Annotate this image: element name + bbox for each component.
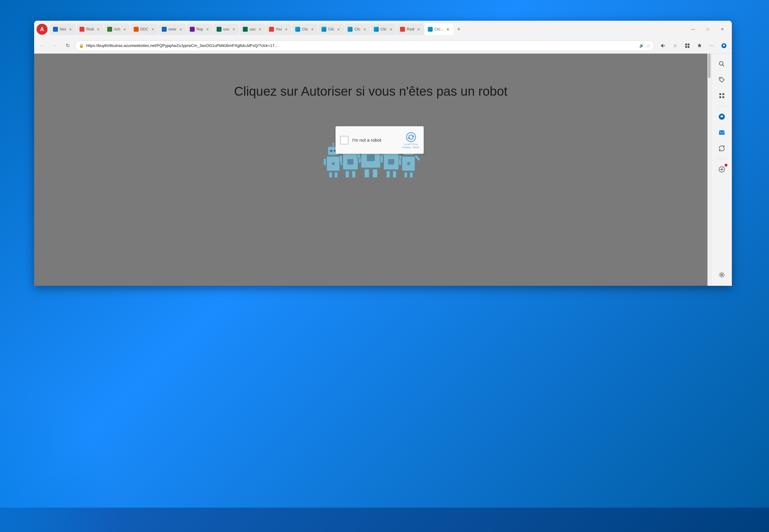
outlook-sidebar-button[interactable] <box>715 126 728 139</box>
tab-close-2[interactable]: ✕ <box>96 27 101 32</box>
tab-label-9: You <box>276 27 282 31</box>
robot-1-antenna <box>332 143 334 146</box>
tab-favicon-5 <box>162 27 167 32</box>
svg-rect-10 <box>722 96 724 98</box>
robot-1-leg-l <box>329 172 332 178</box>
copilot-button[interactable] <box>718 40 729 51</box>
scrollbar[interactable] <box>707 54 711 286</box>
tab-close-1[interactable]: ✕ <box>68 27 73 32</box>
tab-15-active[interactable]: Clic... ✕ <box>425 23 453 35</box>
svg-rect-8 <box>722 93 724 95</box>
maximize-button[interactable]: □ <box>701 24 715 34</box>
read-aloud-button[interactable] <box>657 40 668 51</box>
tab-close-15[interactable]: ✕ <box>445 27 450 32</box>
tab-9[interactable]: You ✕ <box>266 23 292 35</box>
tab-close-5[interactable]: ✕ <box>178 27 183 32</box>
tab-label-14: Redi <box>407 27 414 31</box>
recaptcha-icon <box>405 131 417 143</box>
tab-close-3[interactable]: ✕ <box>122 27 127 32</box>
extensions-button[interactable] <box>694 40 705 51</box>
tab-13[interactable]: Clic ✕ <box>371 23 396 35</box>
close-button[interactable]: ✕ <box>715 24 729 34</box>
tab-label-4: DDC <box>140 27 148 31</box>
recaptcha-label: I'm not a robot <box>352 137 399 143</box>
tab-10[interactable]: Clic ✕ <box>292 23 318 35</box>
tab-11[interactable]: Clic ✕ <box>318 23 344 35</box>
tab-7[interactable]: uou ✕ <box>214 23 239 35</box>
recaptcha-links[interactable]: Privacy - Terms <box>402 146 419 149</box>
tab-close-8[interactable]: ✕ <box>257 27 262 32</box>
refresh-button[interactable]: ↻ <box>62 40 73 51</box>
tools-sidebar-button[interactable] <box>715 89 728 102</box>
recaptcha-checkbox[interactable] <box>340 136 349 144</box>
more-button[interactable]: ⋯ <box>706 40 717 51</box>
robot-3-leg-r <box>372 169 378 178</box>
tab-label-3: Ach <box>114 27 120 31</box>
back-button[interactable]: ← <box>37 40 48 51</box>
tab-close-9[interactable]: ✕ <box>284 27 289 32</box>
tab-favicon-11 <box>321 27 326 32</box>
tab-close-13[interactable]: ✕ <box>388 27 393 32</box>
tab-close-6[interactable]: ✕ <box>205 27 210 32</box>
robot-2-body <box>342 153 358 170</box>
share-sidebar-button[interactable] <box>715 142 728 155</box>
address-bar[interactable]: 🔒 https://buythrillsutras.azurewebsites.… <box>75 40 654 51</box>
robot-2-arm-l <box>339 155 342 163</box>
tab-close-4[interactable]: ✕ <box>150 27 155 32</box>
tab-3[interactable]: Ach ✕ <box>104 23 130 35</box>
read-aloud-icon[interactable]: 🔊 <box>639 43 644 48</box>
nav-actions: ☆ ⋯ <box>657 40 729 51</box>
lock-icon: 🔒 <box>79 43 84 48</box>
search-sidebar-button[interactable] <box>715 57 728 71</box>
tab-label-12: Clic <box>354 27 360 31</box>
tab-close-11[interactable]: ✕ <box>336 27 341 32</box>
tab-label-2: Redi <box>86 27 94 31</box>
tabs-container: Nex ✕ Redi ✕ Ach ✕ DDC ✕ <box>50 23 682 35</box>
robot-1-body <box>326 156 340 171</box>
tab-14[interactable]: Redi ✕ <box>397 23 424 35</box>
minimize-button[interactable]: — <box>686 24 700 34</box>
tab-favicon-12 <box>348 27 353 32</box>
tab-6[interactable]: Rep ✕ <box>187 23 213 35</box>
recaptcha-privacy-link[interactable]: Privacy <box>402 146 410 149</box>
robot-5-chest <box>407 162 410 165</box>
tab-12[interactable]: Clic ✕ <box>345 23 370 35</box>
scrollbar-thumb[interactable] <box>708 54 711 78</box>
recaptcha-terms-link[interactable]: Terms <box>413 146 419 149</box>
robot-3-legs <box>364 169 378 178</box>
tab-5[interactable]: www ✕ <box>159 23 186 35</box>
address-text: https://buythrillsutras.azurewebsites.ne… <box>86 43 637 48</box>
tags-sidebar-button[interactable] <box>715 73 728 87</box>
new-tab-button[interactable]: + <box>454 24 464 34</box>
tab-favicon-4 <box>134 27 139 32</box>
svg-rect-2 <box>685 46 687 48</box>
robot-5-leg-l <box>404 172 408 178</box>
tab-favicon-10 <box>295 27 300 32</box>
tab-close-12[interactable]: ✕ <box>362 27 367 32</box>
favorites-icon[interactable]: ☆ <box>647 43 650 48</box>
tab-4[interactable]: DDC ✕ <box>131 23 158 35</box>
robot-4-chest <box>388 159 394 165</box>
profile-icon[interactable]: A <box>37 24 48 35</box>
desktop: A Nex ✕ Redi ✕ Ach ✕ <box>0 0 769 532</box>
recaptcha-logo: reCAPTCHA Privacy - Terms <box>402 131 419 149</box>
forward-button[interactable]: → <box>49 40 60 51</box>
collections-button[interactable] <box>682 40 693 51</box>
tab-1[interactable]: Nex ✕ <box>50 23 76 35</box>
copilot-sidebar-button[interactable] <box>715 110 728 123</box>
sidebar-divider-2 <box>717 159 727 159</box>
tab-label-15: Clic... <box>434 27 444 31</box>
add-sidebar-button[interactable] <box>715 163 728 176</box>
favorites-button[interactable]: ☆ <box>670 40 681 51</box>
robot-2-leg-l <box>345 171 349 178</box>
tab-close-10[interactable]: ✕ <box>310 27 315 32</box>
svg-rect-3 <box>688 46 689 48</box>
tab-2[interactable]: Redi ✕ <box>76 23 104 35</box>
tab-8[interactable]: uou ✕ <box>240 23 265 35</box>
settings-sidebar-button[interactable] <box>715 268 728 282</box>
svg-rect-1 <box>688 44 689 45</box>
edge-sidebar <box>711 54 732 286</box>
tab-favicon-6 <box>190 27 195 32</box>
tab-close-14[interactable]: ✕ <box>416 27 421 32</box>
tab-close-7[interactable]: ✕ <box>231 27 236 32</box>
